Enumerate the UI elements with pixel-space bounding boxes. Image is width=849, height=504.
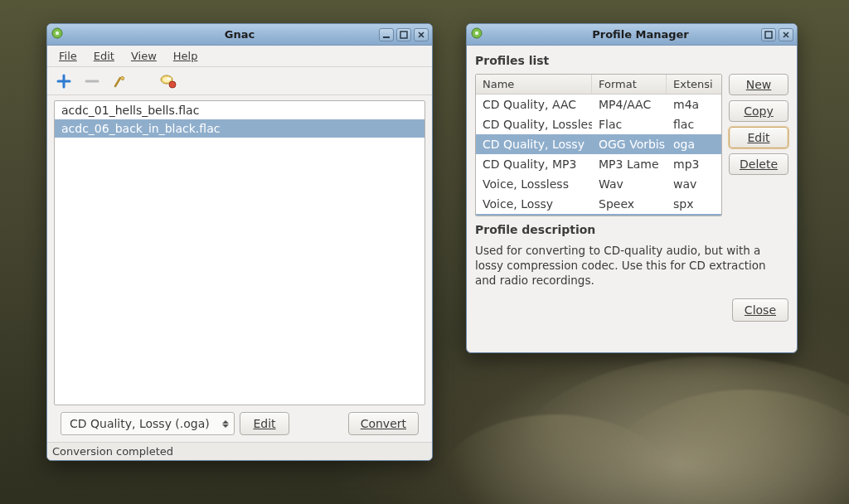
clear-list-button[interactable] (110, 71, 130, 91)
profiles-table-header: Name Format Extensi (476, 75, 721, 94)
settings-button[interactable] (158, 71, 178, 91)
pm-title: Profile Manager (520, 28, 761, 41)
combo-spinner-icon (222, 420, 229, 428)
remove-file-button[interactable] (82, 71, 102, 91)
convert-button[interactable]: Convert (348, 412, 419, 435)
gnac-window: Gnac File Edit View Help (46, 23, 433, 461)
profile-row[interactable]: CD Quality, AACMP4/AACm4a (476, 94, 721, 114)
profiles-list-title: Profiles list (475, 54, 788, 67)
menubar: File Edit View Help (47, 46, 432, 67)
menu-file[interactable]: File (52, 47, 84, 65)
edit-profile-button-pm[interactable]: Edit (729, 127, 788, 148)
menu-view[interactable]: View (124, 47, 163, 65)
svg-rect-10 (765, 32, 772, 38)
profile-desc-title: Profile description (475, 223, 788, 236)
svg-rect-3 (400, 32, 407, 38)
col-format[interactable]: Format (592, 75, 667, 94)
svg-point-6 (167, 77, 172, 80)
col-ext[interactable]: Extensi (667, 75, 721, 94)
file-row[interactable]: acdc_01_hells_bells.flac (55, 101, 424, 119)
pm-maximize-button[interactable] (761, 28, 776, 41)
svg-point-7 (169, 81, 176, 88)
profile-row[interactable]: CD Quality, LosslessFlacflac (476, 114, 721, 134)
new-profile-button[interactable]: New (729, 74, 788, 95)
pm-close-button[interactable] (779, 28, 793, 41)
maximize-button[interactable] (396, 28, 411, 41)
gnac-app-icon (51, 27, 64, 40)
close-button-pm[interactable]: Close (732, 298, 788, 322)
menu-help[interactable]: Help (167, 47, 205, 65)
pm-app-icon (470, 27, 483, 40)
profile-row[interactable]: CD Quality, LossyOGG Vorbisoga (476, 134, 721, 154)
menu-edit[interactable]: Edit (87, 47, 121, 65)
gnac-title: Gnac (100, 28, 379, 41)
profile-combo[interactable]: CD Quality, Lossy (.oga) (61, 412, 235, 435)
minimize-button[interactable] (379, 28, 394, 41)
add-file-button[interactable] (54, 71, 74, 91)
status-text: Conversion completed (52, 445, 173, 458)
pm-titlebar[interactable]: Profile Manager (467, 24, 797, 46)
edit-profile-button[interactable]: Edit (240, 412, 289, 435)
svg-point-1 (56, 32, 59, 35)
copy-profile-button[interactable]: Copy (729, 100, 788, 122)
toolbar (47, 67, 432, 95)
profiles-table[interactable]: Name Format Extensi CD Quality, AACMP4/A… (475, 74, 722, 216)
profile-row[interactable]: CD Quality, MP3MP3 Lamemp3 (476, 154, 721, 174)
gnac-titlebar[interactable]: Gnac (47, 24, 432, 46)
file-list[interactable]: acdc_01_hells_bells.flacacdc_06_back_in_… (54, 100, 425, 405)
profile-manager-window: Profile Manager Profiles list Name Forma… (466, 23, 798, 353)
svg-rect-2 (383, 36, 390, 38)
profile-row[interactable]: Voice, LossySpeexspx (476, 194, 721, 216)
profile-row[interactable]: Voice, LosslessWavwav (476, 174, 721, 194)
profile-combo-value: CD Quality, Lossy (.oga) (70, 417, 210, 430)
svg-point-9 (475, 32, 478, 35)
status-bar: Conversion completed (47, 442, 432, 460)
close-button[interactable] (414, 28, 429, 41)
file-row[interactable]: acdc_06_back_in_black.flac (55, 119, 424, 138)
col-name[interactable]: Name (476, 75, 592, 94)
profile-desc-text: Used for converting to CD-quality audio,… (475, 243, 788, 288)
delete-profile-button[interactable]: Delete (729, 153, 788, 175)
